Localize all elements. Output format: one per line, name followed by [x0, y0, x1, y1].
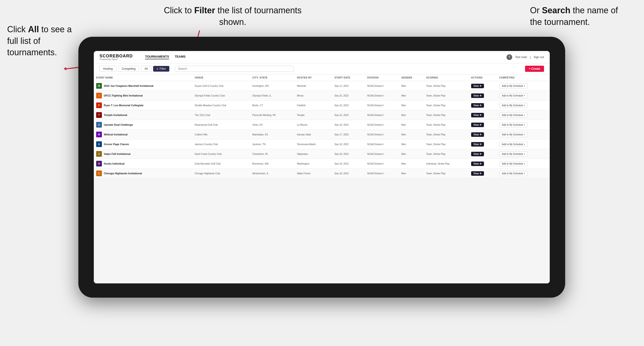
- table-row: H Husky Individual Gold Mountain Golf Cl…: [94, 159, 550, 169]
- add-schedule-button[interactable]: Add to My Schedule +: [499, 142, 528, 147]
- scoring-cell: Team, Stroke Play: [424, 130, 469, 140]
- view-button[interactable]: View ⊕: [471, 103, 484, 108]
- view-button[interactable]: View ⊕: [471, 123, 484, 127]
- filter-button[interactable]: ≡ Filter: [153, 66, 169, 72]
- city-state-cell: Jackson, TN: [250, 140, 295, 149]
- view-icon: ⊕: [480, 163, 482, 165]
- city-state-cell: Westchester, IL: [250, 169, 295, 178]
- competing-button[interactable]: Competing: [118, 66, 139, 72]
- svg-marker-1: [64, 67, 66, 70]
- tournaments-table: EVENT NAME VENUE CITY, STATE HOSTED BY S…: [94, 74, 550, 178]
- logo-text: SCOREBOARD: [100, 54, 133, 59]
- venue-cell: Ravenwood Golf Club: [192, 120, 250, 130]
- app-header: SCOREBOARD Powered by clipp'd TOURNAMENT…: [94, 51, 550, 63]
- team-logo: M: [96, 83, 102, 89]
- start-date-cell: Sep 15, 2023: [332, 91, 365, 101]
- start-date-cell: Sep 17, 2023: [332, 130, 365, 140]
- scoring-cell: Team, Stroke Play: [424, 120, 469, 130]
- nav-tournaments[interactable]: TOURNAMENTS: [145, 55, 169, 59]
- hosting-button[interactable]: Hosting: [100, 66, 116, 72]
- add-schedule-button[interactable]: Add to My Schedule +: [499, 83, 528, 88]
- gender-cell: Men: [399, 91, 424, 101]
- view-button[interactable]: View ⊕: [471, 171, 484, 176]
- col-venue: VENUE: [192, 74, 250, 81]
- hosted-by-cell: Kansas State: [294, 130, 332, 140]
- view-button[interactable]: View ⊕: [471, 93, 484, 98]
- col-city-state: CITY, STATE: [250, 74, 295, 81]
- col-event-name: EVENT NAME: [94, 74, 192, 81]
- view-icon: ⊕: [480, 114, 482, 116]
- view-button[interactable]: View ⊕: [471, 142, 484, 147]
- division-cell: NCAA Division I: [365, 81, 399, 91]
- event-name: Wildcat Invitational: [104, 133, 128, 136]
- city-state-cell: Berlin, CT: [250, 101, 295, 110]
- division-cell: NCAA Division I: [365, 159, 399, 169]
- view-button[interactable]: View ⊕: [471, 152, 484, 156]
- view-button[interactable]: View ⊕: [471, 84, 484, 88]
- city-state-cell: Victor, NY: [250, 120, 295, 130]
- add-schedule-button[interactable]: Add to My Schedule +: [499, 113, 528, 118]
- sign-out-link[interactable]: Sign out: [534, 55, 544, 59]
- view-button[interactable]: View ⊕: [471, 132, 484, 137]
- venue-cell: Olympia Fields Country Club: [192, 91, 250, 101]
- city-state-cell: Manhattan, KS: [250, 130, 295, 140]
- event-name: OFCC Fighting Illini Invitational: [104, 94, 143, 97]
- venue-cell: Guyan Golf & Country Club: [192, 81, 250, 91]
- col-hosted-by: HOSTED BY: [294, 74, 332, 81]
- add-schedule-button[interactable]: Add to My Schedule +: [499, 103, 528, 108]
- start-date-cell: Sep 16, 2023: [332, 110, 365, 120]
- view-icon: ⊕: [480, 94, 482, 97]
- gender-cell: Men: [399, 140, 424, 149]
- hosted-by-cell: Le Moyne: [294, 120, 332, 130]
- team-logo: H: [96, 161, 102, 167]
- hosted-by-cell: Valparaiso: [294, 149, 332, 159]
- add-schedule-button[interactable]: Add to My Schedule +: [499, 122, 528, 127]
- hosted-by-cell: Wake Forest: [294, 169, 332, 178]
- username: Test User: [515, 55, 527, 59]
- nav-teams[interactable]: TEAMS: [175, 55, 186, 59]
- table-row: C Chicago Highlands Invitational Chicago…: [94, 169, 550, 178]
- city-state-cell: Huntington, WV: [250, 81, 295, 91]
- venue-cell: Sand Creek Country Club: [192, 149, 250, 159]
- scoring-cell: Team, Stroke Play: [424, 91, 469, 101]
- division-cell: NCAA Division I: [365, 120, 399, 130]
- start-date-cell: Sep 11, 2023: [332, 81, 365, 91]
- search-box: [175, 66, 294, 72]
- tablet-frame: SCOREBOARD Powered by clipp'd TOURNAMENT…: [78, 37, 565, 298]
- team-logo: T: [96, 112, 102, 118]
- create-button[interactable]: + Create: [525, 66, 544, 72]
- start-date-cell: Sep 18, 2023: [332, 149, 365, 159]
- add-schedule-button[interactable]: Add to My Schedule +: [499, 161, 528, 166]
- view-button[interactable]: View ⊕: [471, 113, 484, 117]
- gender-cell: Men: [399, 169, 424, 178]
- table-row: G Grover Page Classic Jackson Country Cl…: [94, 140, 550, 149]
- city-state-cell: Plymouth Meeting, PA: [250, 110, 295, 120]
- view-button[interactable]: View ⊕: [471, 162, 484, 166]
- table-row: T Temple Invitational The 1912 Club Plym…: [94, 110, 550, 120]
- team-logo: I: [96, 93, 102, 98]
- team-logo: V: [96, 151, 102, 157]
- city-state-cell: Bremerton, WA: [250, 159, 295, 169]
- add-schedule-button[interactable]: Add to My Schedule +: [499, 152, 528, 157]
- filter-icon: ≡: [156, 67, 158, 70]
- venue-cell: Colbert Hills: [192, 130, 250, 140]
- scoring-cell: Team, Stroke Play: [424, 81, 469, 91]
- hosted-by-cell: Fairfield: [294, 101, 332, 110]
- filter-label: Filter: [160, 67, 166, 70]
- division-cell: NCAA Division I: [365, 101, 399, 110]
- all-button[interactable]: All: [141, 66, 151, 72]
- start-date-cell: Sep 18, 2023: [332, 140, 365, 149]
- search-input[interactable]: [175, 66, 294, 72]
- table-row: V Valpo Fall Invitational Sand Creek Cou…: [94, 149, 550, 159]
- add-schedule-button[interactable]: Add to My Schedule +: [499, 93, 528, 98]
- add-schedule-button[interactable]: Add to My Schedule +: [499, 171, 528, 176]
- division-cell: NCAA Division I: [365, 110, 399, 120]
- hosted-by-cell: Temple: [294, 110, 332, 120]
- venue-cell: Jackson Country Club: [192, 140, 250, 149]
- table-row: I OFCC Fighting Illini Invitational Olym…: [94, 91, 550, 101]
- col-actions: ACTIONS: [469, 74, 497, 81]
- annotation-all: Click All to see a full list of tourname…: [7, 24, 78, 58]
- add-schedule-button[interactable]: Add to My Schedule +: [499, 132, 528, 137]
- gender-cell: Men: [399, 159, 424, 169]
- division-cell: NCAA Division I: [365, 130, 399, 140]
